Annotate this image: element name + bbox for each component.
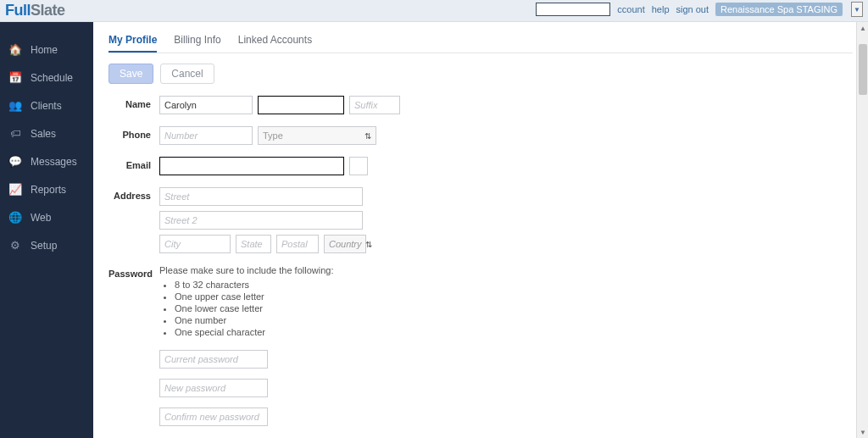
- scroll-thumb[interactable]: [859, 44, 867, 95]
- topbar: FullSlate ccount help sign out Renaissan…: [0, 0, 868, 22]
- last-name-input[interactable]: [258, 96, 344, 114]
- chat-icon: 💬: [8, 155, 22, 168]
- new-password-input[interactable]: [159, 379, 268, 397]
- gear-icon: ⚙: [8, 239, 22, 252]
- sidebar-item-label: Clients: [31, 100, 62, 112]
- sidebar-item-sales[interactable]: 🏷 Sales: [0, 119, 93, 147]
- tab-linked-accounts[interactable]: Linked Accounts: [238, 30, 312, 53]
- save-button[interactable]: Save: [108, 64, 153, 84]
- sidebar-item-clients[interactable]: 👥 Clients: [0, 91, 93, 119]
- chevron-updown-icon: ⇅: [364, 131, 371, 141]
- sidebar-item-label: Setup: [31, 240, 57, 252]
- sidebar-item-label: Messages: [31, 156, 77, 168]
- address-label: Address: [108, 187, 159, 201]
- sidebar-item-setup[interactable]: ⚙ Setup: [0, 231, 93, 259]
- email-input[interactable]: [159, 157, 344, 175]
- password-rule: One lower case letter: [175, 302, 333, 314]
- globe-icon: 🌐: [8, 211, 22, 224]
- action-bar: Save Cancel: [108, 64, 853, 84]
- password-rule: One special character: [175, 326, 333, 338]
- help-link[interactable]: help: [652, 4, 670, 14]
- postal-input[interactable]: [276, 235, 319, 253]
- phone-label: Phone: [108, 126, 159, 140]
- sidebar: 🏠 Home 📅 Schedule 👥 Clients 🏷 Sales 💬 Me…: [0, 22, 93, 438]
- sidebar-item-reports[interactable]: 📈 Reports: [0, 175, 93, 203]
- profile-tabs: My Profile Billing Info Linked Accounts: [108, 30, 853, 53]
- street2-input[interactable]: [159, 211, 363, 230]
- current-password-input[interactable]: [159, 350, 268, 369]
- location-caret[interactable]: ▼: [851, 2, 863, 17]
- country-select[interactable]: Country ⇅: [324, 235, 366, 253]
- email-label: Email: [108, 157, 159, 170]
- sidebar-item-home[interactable]: 🏠 Home: [0, 36, 93, 64]
- tab-my-profile[interactable]: My Profile: [108, 30, 157, 53]
- sidebar-item-label: Web: [31, 212, 51, 224]
- state-input[interactable]: [236, 235, 271, 253]
- sidebar-item-web[interactable]: 🌐 Web: [0, 203, 93, 231]
- logo-part2: Slate: [31, 2, 65, 19]
- calendar-icon: 📅: [8, 71, 22, 84]
- clients-icon: 👥: [8, 99, 22, 112]
- cancel-button[interactable]: Cancel: [160, 64, 214, 84]
- password-hint-intro: Please make sure to include the followin…: [159, 265, 333, 275]
- home-icon: 🏠: [8, 43, 22, 56]
- chart-icon: 📈: [8, 183, 22, 196]
- password-rule: One upper case letter: [175, 291, 333, 302]
- phone-number-input[interactable]: [159, 126, 253, 145]
- suffix-input[interactable]: [349, 96, 400, 114]
- location-label: Renaissance Spa STAGING: [721, 4, 837, 14]
- tag-icon: 🏷: [8, 127, 22, 140]
- sidebar-item-label: Reports: [31, 184, 66, 196]
- tab-billing-info[interactable]: Billing Info: [174, 30, 220, 53]
- street1-input[interactable]: [159, 187, 363, 206]
- scroll-down-arrow[interactable]: ▼: [857, 426, 868, 438]
- sidebar-item-label: Home: [31, 44, 58, 56]
- password-label: Password: [108, 265, 159, 279]
- topbar-right: ccount help sign out Renaissance Spa STA…: [536, 2, 863, 17]
- signout-link[interactable]: sign out: [676, 4, 709, 14]
- location-select[interactable]: Renaissance Spa STAGING: [715, 3, 843, 16]
- logo-part1: Full: [5, 2, 31, 19]
- sidebar-item-messages[interactable]: 💬 Messages: [0, 147, 93, 175]
- logo: FullSlate: [5, 2, 65, 19]
- confirm-password-input[interactable]: [159, 408, 268, 426]
- name-label: Name: [108, 96, 159, 109]
- city-input[interactable]: [159, 235, 231, 253]
- sidebar-item-label: Schedule: [31, 72, 73, 84]
- account-label: ccount: [617, 4, 644, 14]
- sidebar-item-label: Sales: [31, 128, 56, 140]
- password-rule: One number: [175, 314, 333, 326]
- sidebar-item-schedule[interactable]: 📅 Schedule: [0, 64, 93, 91]
- phone-type-select[interactable]: Type ⇅: [258, 126, 376, 145]
- first-name-input[interactable]: [159, 96, 253, 114]
- country-placeholder: Country: [329, 239, 362, 249]
- chevron-updown-icon: ⇅: [365, 240, 372, 249]
- password-hint: Please make sure to include the followin…: [159, 265, 333, 345]
- scroll-up-arrow[interactable]: ▲: [857, 22, 868, 34]
- scrollbar[interactable]: ▲ ▼: [856, 22, 868, 438]
- phone-type-placeholder: Type: [263, 130, 283, 141]
- email-extra-input[interactable]: [349, 157, 368, 175]
- password-rule: 8 to 32 characters: [175, 279, 333, 291]
- content: My Profile Billing Info Linked Accounts …: [93, 22, 868, 438]
- account-input[interactable]: [536, 3, 610, 16]
